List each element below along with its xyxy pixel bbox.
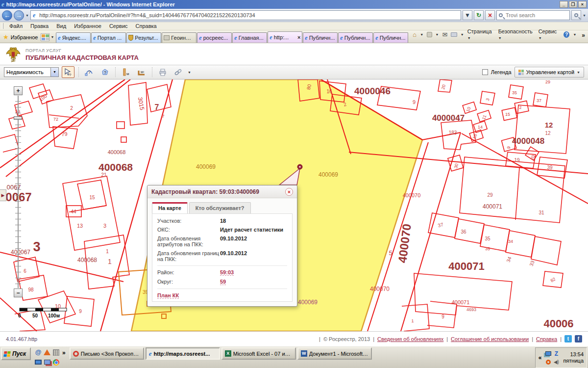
menu-file[interactable]: Файл [5, 23, 26, 29]
print-icon[interactable] [451, 32, 457, 37]
browser-tab-6[interactable]: eГлавная... [232, 32, 267, 43]
refresh-button[interactable]: ↻ [474, 10, 484, 20]
close-button[interactable]: × [578, 1, 587, 8]
browser-tab-3[interactable]: Результ... [126, 32, 161, 43]
browser-tab-1[interactable]: eЯндекс.... [56, 32, 91, 43]
start-button[interactable]: Пуск [1, 347, 31, 360]
updates-link[interactable]: Сведения об обновлениях [377, 336, 443, 342]
page-menu-button[interactable]: Страница ▼ [467, 28, 495, 40]
tray-collapse-icon[interactable]: « [539, 354, 542, 361]
taskbar-task-4[interactable]: WДокумент1 - Microsoft ... [297, 347, 372, 360]
speaker-icon[interactable]: ◀) [554, 359, 559, 365]
link-tool-button[interactable] [172, 66, 185, 78]
favorites-button[interactable]: ★ Избранное [1, 33, 41, 43]
menu-edit[interactable]: Правка [26, 23, 52, 29]
area-tool-button[interactable]: м² [135, 66, 148, 78]
map-canvas[interactable]: 0 50 100м 100272793015775940006840006821… [0, 79, 588, 331]
print-dropdown-icon[interactable]: ▼ [461, 33, 464, 36]
menu-tools[interactable]: Сервис [105, 23, 132, 29]
row-label: Дата обновления границ на ПКК: [157, 250, 220, 262]
address-bar[interactable]: e http://maps.rosreestr.ru/PortalOnline/… [30, 10, 461, 20]
popup-close-icon[interactable]: × [285, 188, 293, 196]
browser-tab-8[interactable]: eПубличн... [303, 32, 338, 43]
chrome-icon[interactable] [53, 359, 59, 366]
map-label: 72 [53, 117, 58, 122]
help-dropdown-icon[interactable]: ▼ [573, 33, 576, 36]
okrug-link[interactable]: 59 [220, 279, 226, 285]
quick-launch-overflow-icon[interactable]: » [62, 349, 66, 368]
layer-select[interactable]: Недвижимость ▼ [4, 67, 59, 77]
taskbar-task-1[interactable]: Письмо <Зоя Прокопье... [70, 347, 144, 360]
browser-tab-2[interactable]: eПортал ... [91, 32, 126, 43]
stop-button[interactable]: × [485, 10, 495, 20]
search-dropdown-icon[interactable]: ▼ [583, 14, 586, 17]
layer-select-value: Недвижимость [6, 69, 44, 75]
minimize-button[interactable]: _ [560, 1, 568, 8]
close-tab-icon[interactable]: × [296, 34, 300, 40]
graph-icon[interactable] [44, 349, 50, 355]
menu-view[interactable]: Вид [52, 23, 70, 29]
district-link[interactable]: 59:03 [220, 269, 234, 276]
ruler-tool-button[interactable]: м [120, 66, 132, 78]
tools-menu-button[interactable]: Сервис ▼ [539, 28, 561, 40]
taskbar-task-2[interactable]: ehttp://maps.rosreest... [146, 347, 220, 360]
zoom-slider-track[interactable] [15, 96, 21, 288]
tab-on-map[interactable]: На карте [152, 202, 188, 213]
network-computers-icon[interactable] [545, 351, 551, 356]
identify-tool-button[interactable]: ? [62, 66, 74, 78]
menu-favorites[interactable]: Избранное [70, 23, 105, 29]
map-label: 1 [106, 249, 109, 254]
link-dropdown-icon[interactable]: ▼ [188, 71, 191, 74]
search-go-button[interactable] [571, 10, 581, 20]
z-app-icon[interactable]: Z [555, 350, 558, 357]
overflow-chevron-icon[interactable]: » [582, 32, 585, 39]
tab-who-serves[interactable]: Кто обслуживает? [189, 202, 251, 213]
search-input[interactable] [505, 12, 559, 19]
safety-menu-button[interactable]: Безопасность ▼ [498, 28, 535, 40]
history-dropdown-icon[interactable]: ▼ [25, 14, 29, 17]
select-arrow-icon[interactable]: ▼ [50, 68, 58, 77]
plan-kk-link[interactable]: План КК [157, 292, 179, 299]
forward-button[interactable]: → [14, 10, 24, 21]
zoom-slider-handle[interactable] [14, 116, 22, 120]
legend-checkbox[interactable] [482, 69, 488, 75]
measure-curve-tool-button[interactable]: ? [83, 66, 96, 78]
zoom-in-button[interactable]: + [14, 86, 23, 95]
help-icon[interactable]: ? [564, 31, 569, 38]
map-label: 44 [71, 209, 76, 214]
twitter-icon[interactable]: t [564, 335, 572, 342]
tab-list-dropdown-icon[interactable]: ▼ [50, 35, 54, 39]
panel-collapse-arrow[interactable]: ▶ [0, 189, 6, 201]
email-icon[interactable]: @ [35, 349, 42, 356]
measure-area-tool-button[interactable]: ? [98, 66, 111, 78]
orange-ring-icon[interactable] [546, 360, 551, 365]
svg-text:?: ? [104, 70, 106, 75]
browser-tab-7[interactable]: ehttp:...× [268, 31, 302, 43]
quick-tabs-icon[interactable] [41, 33, 49, 41]
taskbar-task-3[interactable]: XMicrosoft Excel - 07 июл... [221, 347, 296, 360]
url-dropdown-button[interactable]: ▼ [463, 10, 472, 20]
help-link[interactable]: Справка [536, 336, 557, 342]
zoom-out-button[interactable]: − [14, 289, 23, 297]
home-dropdown-icon[interactable]: ▼ [420, 33, 423, 36]
browser-tab-4[interactable]: Геоинфо... [162, 32, 196, 43]
back-button[interactable]: ← [2, 10, 12, 21]
map-control-button[interactable]: Управление картой ▼ [514, 67, 584, 78]
mail-icon[interactable]: ✉ [442, 31, 448, 38]
search-box[interactable] [496, 10, 570, 20]
terms-link[interactable]: Соглашение об использовании [451, 336, 529, 342]
desktop-icon[interactable] [35, 360, 42, 365]
browser-tab-9[interactable]: eПубличн... [338, 32, 373, 43]
menu-help[interactable]: Справка [132, 23, 161, 29]
restore-button[interactable]: ❐ [569, 1, 577, 8]
browser-tab-5[interactable]: eросреес... [197, 32, 232, 43]
ie-icon: e [305, 34, 307, 42]
calculator-icon[interactable] [53, 349, 59, 356]
home-icon[interactable]: ⌂ [413, 31, 416, 38]
feed-dropdown-icon[interactable]: ▼ [436, 33, 439, 36]
browser-tab-10[interactable]: eПубличн... [373, 32, 408, 43]
facebook-icon[interactable]: f [575, 335, 582, 342]
feed-icon[interactable] [427, 32, 432, 37]
network-icon[interactable] [44, 360, 50, 365]
print-map-button[interactable] [156, 66, 169, 78]
